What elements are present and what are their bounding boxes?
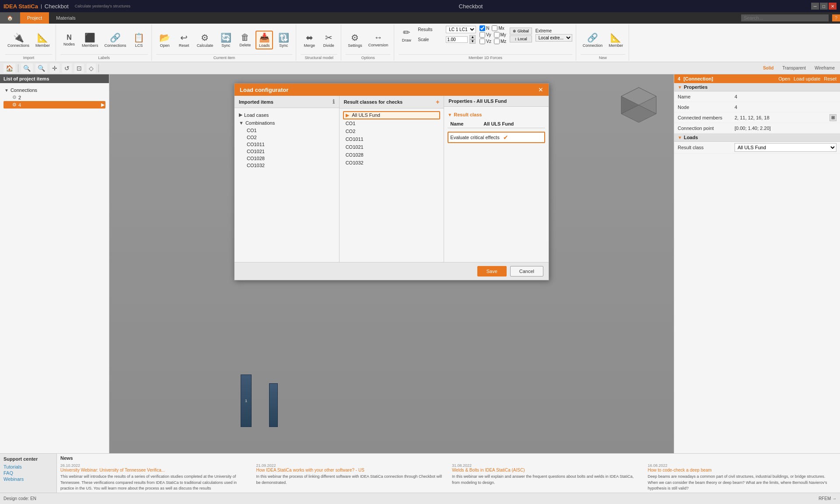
result-class-co1021[interactable]: CO1021 (343, 143, 441, 151)
divide-button[interactable]: ✂ Divide (320, 31, 337, 49)
properties-section-header[interactable]: ▼ Properties (674, 83, 840, 91)
force-checkboxes-row3: Vz Mz (480, 38, 506, 44)
result-class-section-title: Result class (454, 112, 482, 117)
local-button[interactable]: ↕ Local (510, 35, 532, 42)
combo-co1021[interactable]: CO1021 (245, 148, 336, 155)
tab-home[interactable]: 🏠 (0, 12, 20, 24)
scale-down-arrow[interactable]: ▼ (469, 39, 476, 44)
lcs-button[interactable]: 📋 LCS (130, 31, 148, 49)
new-member-button[interactable]: 📐 Member (606, 31, 625, 49)
panel-reset-button[interactable]: Reset (824, 76, 836, 81)
transparent-view-button[interactable]: Transparent (780, 65, 808, 71)
imported-items-info-icon[interactable]: ℹ (332, 98, 335, 105)
loads-section-header[interactable]: ▼ Loads (674, 133, 840, 142)
member-import-button[interactable]: 📐 Member (33, 31, 52, 49)
conversion-button[interactable]: ↔ Conversion (366, 31, 391, 49)
news-link-1[interactable]: How IDEA StatiCa works with your other s… (256, 468, 445, 472)
result-class-co2[interactable]: CO2 (343, 127, 441, 135)
extreme-select[interactable]: Local extre... (536, 34, 572, 42)
combo-co2[interactable]: CO2 (245, 134, 336, 141)
tree-combinations[interactable]: ▼ Combinations (238, 119, 336, 127)
members-button[interactable]: ⬛ Members (80, 31, 101, 49)
calculate-button[interactable]: ⚙ Calculate (195, 31, 216, 49)
reset-button[interactable]: ↩ Reset (175, 31, 193, 49)
vy-checkbox[interactable] (480, 32, 485, 38)
result-class-co1032[interactable]: CO1032 (343, 159, 441, 167)
connections-label-button[interactable]: 🔗 Connections (102, 31, 129, 49)
add-result-class-button[interactable]: + (436, 98, 439, 105)
news-link-3[interactable]: How to code-check a deep beam (648, 468, 837, 472)
news-link-2[interactable]: Welds & Bolts in IDEA StatiCa (AISC) (452, 468, 641, 472)
help-button[interactable]: ? (832, 14, 840, 21)
maximize-button[interactable]: □ (820, 3, 828, 10)
rotate-button[interactable]: ↺ (62, 63, 72, 73)
combo-co1032[interactable]: CO1032 (245, 162, 336, 169)
n-checkbox-label[interactable]: N (480, 25, 489, 31)
panel-open-button[interactable]: Open (778, 76, 790, 81)
combo-co1011[interactable]: CO1011 (245, 141, 336, 148)
combo-co1[interactable]: CO1 (245, 127, 336, 134)
result-class-co1011[interactable]: CO1011 (343, 135, 441, 143)
my-checkbox-label[interactable]: My (494, 32, 506, 38)
result-class-all-uls[interactable]: ▶ All ULS Fund (343, 111, 441, 119)
solid-view-button[interactable]: Solid (761, 65, 775, 71)
scale-input[interactable] (446, 36, 468, 43)
ribbon-search-input[interactable] (741, 14, 829, 21)
open-button[interactable]: 📂 Open (156, 31, 174, 49)
zoom-box-button[interactable]: 🔍 (35, 63, 47, 73)
tutorials-link[interactable]: Tutorials (4, 464, 53, 469)
nodes-button[interactable]: N Nodes (60, 32, 78, 48)
result-class-co1[interactable]: CO1 (343, 119, 441, 127)
n-checkbox[interactable] (480, 25, 485, 31)
panel-load-update-button[interactable]: Load update (794, 76, 820, 81)
vz-checkbox[interactable] (480, 38, 485, 44)
combo-co1028[interactable]: CO1028 (245, 155, 336, 162)
wireframe-view-button[interactable]: Wireframe (813, 65, 836, 71)
mz-checkbox-label[interactable]: Mz (494, 38, 506, 44)
vz-checkbox-label[interactable]: Vz (480, 38, 491, 44)
mz-checkbox[interactable] (494, 38, 500, 44)
merge-button[interactable]: ⬌ Merge (301, 31, 318, 49)
scale-up-arrow[interactable]: ▲ (469, 35, 476, 39)
new-connection-button[interactable]: 🔗 Connection (581, 31, 605, 49)
ribbon-group-labels: N Nodes ⬛ Members 🔗 Connections 📋 LCS La… (57, 24, 152, 61)
tab-materials[interactable]: Materials (49, 12, 83, 24)
result-class-select[interactable]: All ULS Fund CO1 CO2 CO1011 (735, 143, 836, 152)
connections-import-button[interactable]: 🔌 Connections (5, 31, 32, 49)
sync2-button[interactable]: 🔃 Sync (275, 31, 292, 49)
global-button[interactable]: ⊕ Global (510, 28, 532, 35)
webinars-link[interactable]: Webinars (4, 476, 53, 482)
result-class-co1028[interactable]: CO1028 (343, 151, 441, 159)
tree-load-cases[interactable]: ▶ Load cases (238, 111, 336, 119)
my-checkbox[interactable] (494, 32, 500, 38)
result-class-section-header[interactable]: ▼ Result class (448, 112, 545, 117)
pan-button[interactable]: ✛ (50, 63, 60, 73)
select-button[interactable]: ◇ (87, 63, 96, 73)
home-view-button[interactable]: 🏠 (4, 63, 15, 73)
tab-project[interactable]: Project (20, 12, 49, 24)
sync-button[interactable]: 🔄 Sync (217, 31, 234, 49)
loads-button[interactable]: 📥 Loads (256, 31, 273, 49)
force-checkboxes-row1: N Mx (480, 25, 506, 31)
prop-row-connection-point: Connection point [0.00; 1.40; 2.20] (674, 123, 840, 133)
tree-root-connections[interactable]: ▼ Connections (4, 87, 105, 94)
close-button[interactable]: ✕ (829, 3, 836, 10)
modal-close-button[interactable]: ✕ (538, 86, 543, 93)
tree-item-4[interactable]: ⚙ 4 ▶ (4, 101, 105, 108)
mx-checkbox-label[interactable]: Mx (492, 25, 504, 31)
cancel-button[interactable]: Cancel (510, 266, 543, 276)
draw-button[interactable]: ✏ Draw (399, 26, 414, 44)
delete-button[interactable]: 🗑 Delete (236, 31, 254, 49)
zoom-extents-button[interactable]: ⊡ (74, 63, 84, 73)
save-button[interactable]: Save (477, 266, 507, 276)
news-link-0[interactable]: University Webinar: University of Tennes… (60, 468, 249, 472)
settings-button[interactable]: ⚙ Settings (346, 31, 364, 49)
faq-link[interactable]: FAQ (4, 470, 53, 476)
zoom-fit-button[interactable]: 🔍 (21, 63, 33, 73)
connected-members-expand-button[interactable]: ⊞ (830, 114, 836, 121)
mx-checkbox[interactable] (492, 25, 497, 31)
minimize-button[interactable]: ─ (811, 3, 819, 10)
vy-checkbox-label[interactable]: Vy (480, 32, 491, 38)
tree-item-2[interactable]: ⚙ 2 (4, 94, 105, 101)
results-select[interactable]: LC 1 LC1 (446, 26, 476, 33)
